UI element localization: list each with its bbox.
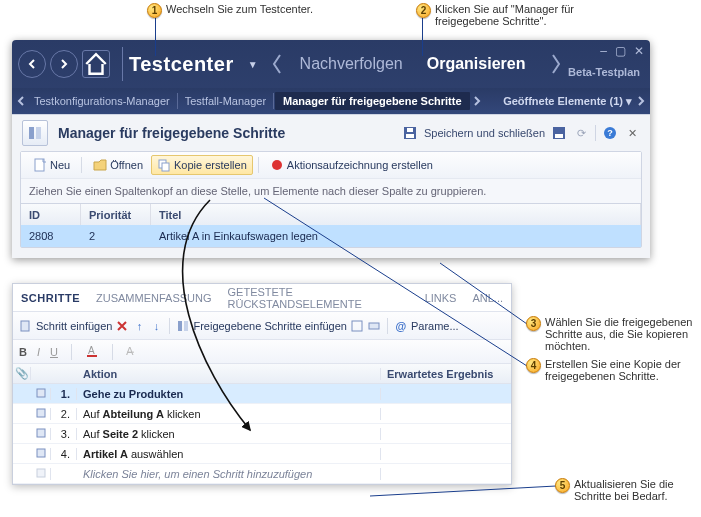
svg-text:?: ? [607,128,613,138]
svg-rect-15 [184,321,188,331]
step-row-2[interactable]: 2. Auf Abteilung A klicken [13,404,511,424]
save-button[interactable] [551,125,567,141]
tab-backlog[interactable]: GETESTETE RÜCKSTANDSELEMENTE [228,286,409,310]
col-action: Aktion [77,368,381,380]
refresh-icon[interactable]: ⟳ [573,125,589,141]
svg-rect-0 [29,127,34,139]
extra-icon-1[interactable] [350,319,364,333]
subtab-testcase[interactable]: Testfall-Manager [179,95,272,107]
svg-rect-20 [37,389,45,397]
maximize-button[interactable]: ▢ [615,44,626,58]
panel-title: Manager für freigegebene Schritte [58,125,285,141]
open-icon [93,158,107,172]
save-icon [402,125,418,141]
svg-rect-4 [407,128,413,132]
move-down-icon[interactable]: ↓ [149,319,163,333]
app-title[interactable]: Testcenter [129,53,234,76]
callout-2: Klicken Sie auf "Manager für freigegeben… [435,3,616,27]
create-copy-button[interactable]: Kopie erstellen [151,155,253,175]
svg-rect-19 [87,355,97,357]
tab-steps[interactable]: SCHRITTE [21,292,80,304]
tab-links[interactable]: LINKS [425,292,457,304]
svg-rect-22 [37,429,45,437]
svg-rect-3 [406,134,414,138]
back-button[interactable] [18,50,46,78]
record-icon [270,158,284,172]
home-button[interactable] [82,50,110,78]
app-window: Testcenter ▼ Nachverfolgen Organisieren … [12,40,650,258]
delete-step-icon[interactable] [115,319,129,333]
copy-icon [157,158,171,172]
tab-attachments[interactable]: ANL... [472,292,503,304]
attach-col-icon: 📎 [13,367,31,380]
shared-steps-icon [22,120,48,146]
app-dropdown-icon[interactable]: ▼ [248,59,258,70]
insert-step-icon [19,319,33,333]
new-icon [33,158,47,172]
svg-rect-14 [178,321,182,331]
svg-rect-1 [36,127,41,139]
create-recording-button[interactable]: Aktionsaufzeichnung erstellen [264,155,439,175]
insert-shared-steps-button[interactable]: Freigegebene Schritte einfügen [193,320,347,332]
step-row-1[interactable]: 1. Gehe zu Produkten [13,384,511,404]
clear-format-button[interactable]: A̶ [126,345,134,358]
col-id[interactable]: ID [21,204,81,225]
open-button[interactable]: Öffnen [87,155,149,175]
col-expected: Erwartetes Ergebnis [381,368,511,380]
titlebar: Testcenter ▼ Nachverfolgen Organisieren … [12,40,650,88]
grid-row[interactable]: 2808 2 Artikel A in Einkaufswagen legen [21,225,641,247]
font-color-button[interactable]: A [85,344,99,360]
italic-button[interactable]: I [37,346,40,358]
subnav-next-icon[interactable] [470,96,484,106]
tab-track[interactable]: Nachverfolgen [288,40,415,88]
underline-button[interactable]: U [50,346,58,358]
bold-button[interactable]: B [19,346,27,358]
col-title[interactable]: Titel [151,204,641,225]
sub-nav: Testkonfigurations-Manager Testfall-Mana… [12,88,650,114]
chevron-left-icon [266,40,288,88]
svg-rect-13 [21,321,29,331]
subtab-config[interactable]: Testkonfigurations-Manager [28,95,176,107]
svg-text:A: A [88,345,95,356]
svg-rect-23 [37,449,45,457]
close-button[interactable]: ✕ [634,44,644,58]
extra-icon-2[interactable] [367,319,381,333]
move-up-icon[interactable]: ↑ [132,319,146,333]
svg-rect-17 [369,323,379,329]
forward-button[interactable] [50,50,78,78]
insert-step-button[interactable]: Schritt einfügen [36,320,112,332]
help-icon[interactable]: ? [602,125,618,141]
grid-header: ID Priorität Titel [21,203,641,225]
callout-1: Wechseln Sie zum Testcenter. [166,3,313,15]
panel-close-icon[interactable]: ✕ [624,125,640,141]
steps-panel: SCHRITTE ZUSAMMENFASSUNG GETESTETE RÜCKS… [12,283,512,485]
param-icon: @ [394,319,408,333]
svg-rect-6 [555,134,563,138]
open-items[interactable]: Geöffnete Elemente (1) ▾ [503,95,634,108]
col-priority[interactable]: Priorität [81,204,151,225]
test-plan-label[interactable]: Beta-Testplan [568,66,640,78]
subtab-shared-steps[interactable]: Manager für freigegebene Schritte [275,92,470,110]
callout-4: Erstellen Sie eine Kopie der freigegeben… [545,358,701,382]
param-button[interactable]: Parame... [411,320,459,332]
callout-3: Wählen Sie die freigegebenen Schritte au… [545,316,701,352]
step-row-4[interactable]: 4. Artikel A auswählen [13,444,511,464]
add-step-row[interactable]: Klicken Sie hier, um einen Schritt hinzu… [13,464,511,484]
cell-priority: 2 [81,230,151,242]
group-hint: Ziehen Sie einen Spaltenkopf an diese St… [21,178,641,203]
svg-rect-24 [37,469,45,477]
tab-summary[interactable]: ZUSAMMENFASSUNG [96,292,212,304]
svg-rect-21 [37,409,45,417]
step-row-3[interactable]: 3. Auf Seite 2 klicken [13,424,511,444]
callout-5: Aktualisieren Sie die Schritte bei Bedar… [574,478,701,502]
minimize-button[interactable]: – [600,44,607,58]
subnav-end-icon[interactable] [634,96,648,106]
chevron-right-icon [545,40,567,88]
tab-organize[interactable]: Organisieren [415,40,538,88]
shared-steps-icon2 [176,319,190,333]
save-close-button[interactable]: Speichern und schließen [424,127,545,139]
new-button[interactable]: Neu [27,155,76,175]
svg-rect-11 [162,163,169,171]
cell-id: 2808 [21,230,81,242]
subnav-prev-icon[interactable] [14,96,28,106]
